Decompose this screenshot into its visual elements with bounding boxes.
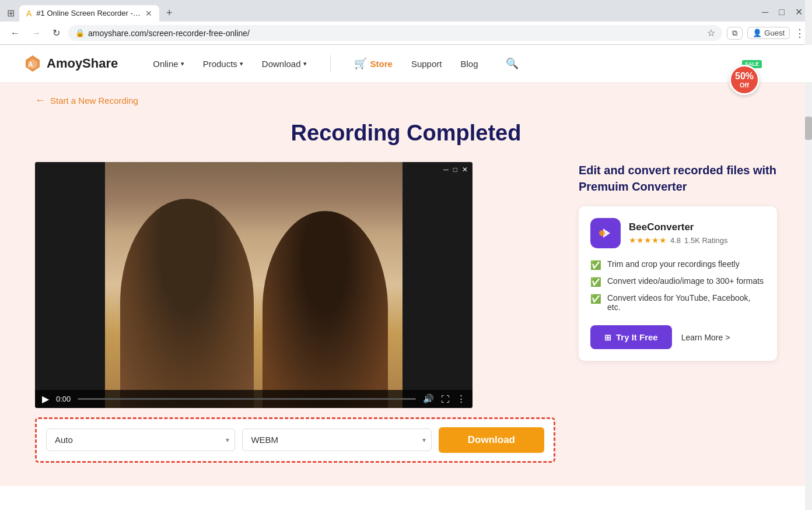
sale-off: Off (740, 82, 749, 89)
tab-close-button[interactable]: ✕ (145, 9, 152, 18)
product-card: BeeConverter ★★★★★ 4.8 1.5K Ratings ✅ Tr… (579, 206, 777, 361)
search-icon[interactable]: 🔍 (506, 57, 519, 70)
feature-item-1: ✅ Trim and crop your recordings fleetly (590, 256, 765, 273)
nav-store[interactable]: 🛒 Store (354, 57, 393, 70)
check-icon-3: ✅ (590, 294, 601, 304)
sale-badge[interactable]: 50% Off (729, 65, 760, 95)
nav-links: Online ▾ Products ▾ Download ▾ 🛒 Store S… (153, 55, 779, 72)
online-chevron-icon: ▾ (181, 60, 184, 68)
maximize-button[interactable]: □ (774, 6, 789, 19)
feature-list: ✅ Trim and crop your recordings fleetly … (590, 256, 765, 315)
rating-count: 1.5K Ratings (684, 236, 727, 245)
tab-bar: ⊞ A #1 Online Screen Recorder - … ✕ + ─ … (0, 0, 812, 22)
product-name: BeeConverter (629, 221, 765, 233)
play-button[interactable]: ▶ (42, 393, 49, 405)
products-chevron-icon: ▾ (240, 60, 243, 68)
feature-text-1: Trim and crop your recordings fleetly (607, 259, 740, 269)
minimize-button[interactable]: ─ (757, 6, 773, 19)
browser-chrome: ⊞ A #1 Online Screen Recorder - … ✕ + ─ … (0, 0, 812, 45)
navbar: A AmoyShare Online ▾ Products ▾ Download… (0, 45, 812, 83)
quality-select-wrap: Auto 720p 1080p 480p 360p ▾ (46, 428, 235, 451)
try-free-button[interactable]: ⊞ Try It Free (590, 325, 672, 349)
video-time: 0:00 (56, 395, 71, 403)
windows-icon: ⊞ (604, 333, 611, 342)
download-chevron-icon: ▾ (303, 60, 307, 68)
nav-divider (330, 55, 331, 72)
logo-icon: A (23, 54, 42, 73)
extensions-button[interactable]: ⧉ (727, 27, 743, 40)
new-tab-button[interactable]: + (162, 5, 177, 22)
active-tab[interactable]: A #1 Online Screen Recorder - … ✕ (19, 5, 159, 22)
feature-item-2: ✅ Convert video/audio/image to 300+ form… (590, 273, 765, 290)
feature-text-3: Convert videos for YouTube, Facebook, et… (607, 293, 765, 312)
video-top-controls: ─ □ ✕ (443, 166, 468, 174)
video-player[interactable]: ─ □ ✕ ▶ 0:00 🔊 ⛶ ⋮ (35, 162, 473, 408)
nav-download[interactable]: Download ▾ (262, 59, 307, 69)
video-controls-bar: ▶ 0:00 🔊 ⛶ ⋮ (35, 390, 473, 408)
sidebar-title: Edit and convert recorded files with Pre… (579, 162, 777, 195)
quality-select[interactable]: Auto 720p 1080p 480p 360p (46, 428, 235, 451)
product-rating: ★★★★★ 4.8 1.5K Ratings (629, 235, 765, 245)
back-button[interactable]: ← (7, 26, 23, 41)
video-more-icon[interactable]: ⋮ (457, 393, 466, 404)
sale-percent: 50% (735, 71, 754, 82)
video-restore-button[interactable]: □ (453, 166, 457, 174)
volume-icon[interactable]: 🔊 (423, 393, 434, 404)
back-arrow-icon: ← (35, 94, 46, 107)
main-area: ─ □ ✕ ▶ 0:00 🔊 ⛶ ⋮ (35, 162, 777, 463)
address-input[interactable] (88, 29, 704, 38)
rating-stars: ★★★★★ (629, 235, 667, 245)
check-icon-1: ✅ (590, 260, 601, 270)
cart-icon: 🛒 (354, 57, 367, 70)
beeconverter-logo-icon (595, 223, 616, 244)
video-minimize-button[interactable]: ─ (443, 166, 449, 174)
back-link-label: Start a New Recording (50, 96, 138, 105)
tab-favicon: A (26, 9, 32, 18)
format-select-wrap: WEBM MP4 AVI MOV ▾ (242, 428, 431, 451)
nav-blog[interactable]: Blog (460, 59, 478, 69)
nav-products[interactable]: Products ▾ (203, 59, 243, 69)
address-input-wrap[interactable]: 🔒 ☆ (68, 25, 722, 41)
scrollbar-thumb[interactable] (805, 117, 812, 140)
product-header: BeeConverter ★★★★★ 4.8 1.5K Ratings (590, 218, 765, 248)
video-section: ─ □ ✕ ▶ 0:00 🔊 ⛶ ⋮ (35, 162, 555, 463)
window-controls: ─ □ ✕ (757, 5, 807, 21)
video-close-button[interactable]: ✕ (462, 166, 468, 174)
bookmark-icon[interactable]: ☆ (707, 27, 715, 38)
svg-text:A: A (28, 61, 33, 69)
logo-text: AmoyShare (47, 56, 118, 71)
tab-title: #1 Online Screen Recorder - … (36, 9, 141, 17)
feature-text-2: Convert video/audio/image to 300+ format… (607, 276, 764, 286)
address-bar: ← → ↻ 🔒 ☆ ⧉ 👤 Guest ⋮ (0, 22, 812, 45)
feature-item-3: ✅ Convert videos for YouTube, Facebook, … (590, 290, 765, 315)
download-button[interactable]: Download (439, 427, 544, 453)
product-info: BeeConverter ★★★★★ 4.8 1.5K Ratings (629, 221, 765, 245)
rating-score: 4.8 (670, 236, 681, 245)
page-title: Recording Completed (35, 121, 777, 146)
svg-point-5 (599, 230, 605, 236)
fullscreen-icon[interactable]: ⛶ (441, 394, 450, 404)
forward-button[interactable]: → (28, 26, 44, 41)
video-progress-bar[interactable] (78, 398, 416, 400)
product-logo (590, 218, 621, 248)
security-icon: 🔒 (75, 29, 85, 37)
sidebar: Edit and convert recorded files with Pre… (579, 162, 777, 361)
reload-button[interactable]: ↻ (49, 25, 64, 41)
tab-group-button[interactable]: ⊞ (5, 5, 17, 21)
download-bar: Auto 720p 1080p 480p 360p ▾ WEBM MP4 AVI (35, 417, 555, 463)
learn-more-link[interactable]: Learn More > (681, 333, 730, 342)
profile-button[interactable]: 👤 Guest (747, 27, 790, 39)
check-icon-2: ✅ (590, 277, 601, 287)
format-select[interactable]: WEBM MP4 AVI MOV (242, 428, 431, 451)
browser-menu-button[interactable]: ⋮ (794, 27, 805, 40)
nav-support[interactable]: Support (411, 59, 442, 69)
guest-label: Guest (764, 29, 785, 37)
logo-link[interactable]: A AmoyShare (23, 54, 118, 73)
back-to-recording-link[interactable]: ← Start a New Recording (35, 94, 777, 107)
nav-online[interactable]: Online ▾ (153, 59, 184, 69)
page: A AmoyShare Online ▾ Products ▾ Download… (0, 45, 812, 486)
page-content: ← Start a New Recording Recording Comple… (0, 83, 812, 486)
card-actions: ⊞ Try It Free Learn More > (590, 325, 765, 349)
